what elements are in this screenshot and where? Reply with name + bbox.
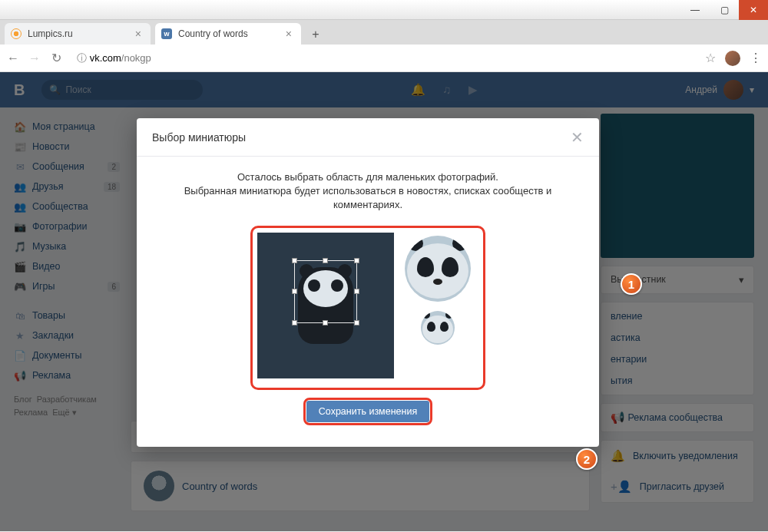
- window-minimize[interactable]: —: [680, 0, 710, 20]
- page-content: В 🔍 Поиск 🔔 ♫ ▶ Андрей ▾ 🏠Моя страница 📰…: [0, 72, 768, 531]
- modal-text-line2: Выбранная миниатюра будет использоваться…: [164, 184, 571, 212]
- callout-marker-2: 2: [576, 448, 598, 470]
- crop-handle[interactable]: [323, 320, 328, 325]
- modal-title: Выбор миниатюры: [152, 131, 246, 144]
- bookmark-star-icon[interactable]: ☆: [705, 51, 716, 65]
- favicon-lumpics: [11, 28, 22, 39]
- thumbnail-modal: Выбор миниатюры ✕ Осталось выбрать облас…: [137, 118, 599, 447]
- new-tab-button[interactable]: +: [306, 28, 326, 45]
- tabs-bar: Lumpics.ru × w Country of words × +: [0, 20, 768, 45]
- nav-back-icon[interactable]: ←: [6, 51, 20, 65]
- favicon-vk: w: [161, 28, 172, 39]
- crop-handle[interactable]: [323, 258, 328, 263]
- window-titlebar: — ▢ ✕: [0, 0, 768, 20]
- save-button[interactable]: Сохранить изменения: [306, 401, 429, 422]
- thumbnail-previews: [405, 233, 471, 383]
- crop-handle[interactable]: [292, 289, 297, 294]
- crop-handle[interactable]: [354, 289, 359, 294]
- nav-reload-icon[interactable]: ↻: [49, 51, 63, 65]
- crop-handle[interactable]: [354, 320, 359, 325]
- window-maximize[interactable]: ▢: [710, 0, 739, 20]
- modal-text-line1: Осталось выбрать область для маленьких ф…: [164, 170, 571, 184]
- tab-close-icon[interactable]: ×: [283, 28, 295, 40]
- browser-menu-icon[interactable]: ⋮: [750, 51, 762, 65]
- preview-large: [405, 236, 471, 302]
- crop-handle[interactable]: [354, 258, 359, 263]
- tab-close-icon[interactable]: ×: [132, 28, 144, 40]
- modal-close-icon[interactable]: ✕: [571, 128, 584, 147]
- preview-small: [421, 311, 455, 345]
- callout-marker-1: 1: [621, 273, 642, 295]
- crop-handle[interactable]: [292, 320, 297, 325]
- crop-handle[interactable]: [292, 258, 297, 263]
- modal-header: Выбор миниатюры ✕: [137, 118, 599, 157]
- thumbnail-crop-area: [250, 226, 485, 390]
- tab-lumpics[interactable]: Lumpics.ru ×: [5, 23, 151, 45]
- nav-forward-icon: →: [28, 51, 41, 65]
- crop-source-image[interactable]: [257, 233, 394, 378]
- tab-vk[interactable]: w Country of words ×: [155, 23, 301, 45]
- profile-avatar-icon[interactable]: [725, 51, 740, 66]
- tab-title: Lumpics.ru: [28, 28, 132, 39]
- crop-selection[interactable]: [294, 260, 357, 323]
- address-bar: ← → ↻ ⓘ vk.com/nokgp ☆ ⋮: [0, 45, 768, 72]
- tab-title: Country of words: [178, 28, 283, 39]
- window-close[interactable]: ✕: [739, 0, 768, 20]
- url-field[interactable]: ⓘ vk.com/nokgp: [71, 51, 697, 65]
